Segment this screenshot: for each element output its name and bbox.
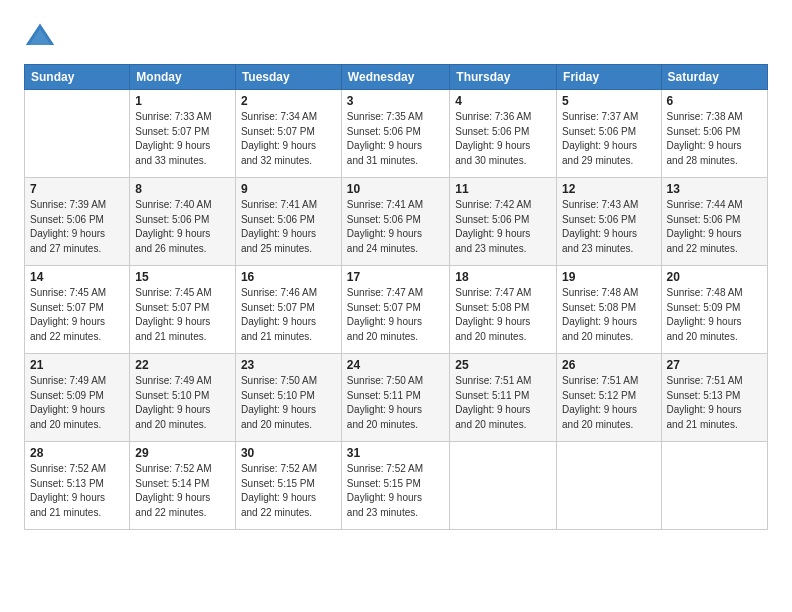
day-info: Sunrise: 7:44 AMSunset: 5:06 PMDaylight:… bbox=[667, 198, 762, 256]
day-number: 10 bbox=[347, 182, 444, 196]
day-number: 20 bbox=[667, 270, 762, 284]
day-number: 2 bbox=[241, 94, 336, 108]
day-number: 22 bbox=[135, 358, 230, 372]
calendar-cell bbox=[661, 442, 767, 530]
calendar-header-saturday: Saturday bbox=[661, 65, 767, 90]
header bbox=[24, 20, 768, 52]
day-number: 18 bbox=[455, 270, 551, 284]
calendar-cell: 5Sunrise: 7:37 AMSunset: 5:06 PMDaylight… bbox=[557, 90, 661, 178]
day-info: Sunrise: 7:38 AMSunset: 5:06 PMDaylight:… bbox=[667, 110, 762, 168]
calendar-cell bbox=[450, 442, 557, 530]
calendar-cell bbox=[557, 442, 661, 530]
day-info: Sunrise: 7:52 AMSunset: 5:15 PMDaylight:… bbox=[241, 462, 336, 520]
day-number: 26 bbox=[562, 358, 655, 372]
day-number: 16 bbox=[241, 270, 336, 284]
calendar-cell: 10Sunrise: 7:41 AMSunset: 5:06 PMDayligh… bbox=[341, 178, 449, 266]
day-number: 8 bbox=[135, 182, 230, 196]
calendar-header-monday: Monday bbox=[130, 65, 236, 90]
day-info: Sunrise: 7:51 AMSunset: 5:13 PMDaylight:… bbox=[667, 374, 762, 432]
calendar-header-tuesday: Tuesday bbox=[235, 65, 341, 90]
day-info: Sunrise: 7:48 AMSunset: 5:08 PMDaylight:… bbox=[562, 286, 655, 344]
calendar-cell: 31Sunrise: 7:52 AMSunset: 5:15 PMDayligh… bbox=[341, 442, 449, 530]
day-number: 11 bbox=[455, 182, 551, 196]
day-number: 30 bbox=[241, 446, 336, 460]
calendar-cell: 12Sunrise: 7:43 AMSunset: 5:06 PMDayligh… bbox=[557, 178, 661, 266]
day-info: Sunrise: 7:47 AMSunset: 5:07 PMDaylight:… bbox=[347, 286, 444, 344]
day-info: Sunrise: 7:52 AMSunset: 5:13 PMDaylight:… bbox=[30, 462, 124, 520]
day-info: Sunrise: 7:48 AMSunset: 5:09 PMDaylight:… bbox=[667, 286, 762, 344]
calendar-cell bbox=[25, 90, 130, 178]
calendar-header-friday: Friday bbox=[557, 65, 661, 90]
day-info: Sunrise: 7:41 AMSunset: 5:06 PMDaylight:… bbox=[347, 198, 444, 256]
calendar-cell: 20Sunrise: 7:48 AMSunset: 5:09 PMDayligh… bbox=[661, 266, 767, 354]
day-number: 9 bbox=[241, 182, 336, 196]
calendar-cell: 26Sunrise: 7:51 AMSunset: 5:12 PMDayligh… bbox=[557, 354, 661, 442]
calendar-cell: 4Sunrise: 7:36 AMSunset: 5:06 PMDaylight… bbox=[450, 90, 557, 178]
calendar-cell: 27Sunrise: 7:51 AMSunset: 5:13 PMDayligh… bbox=[661, 354, 767, 442]
day-number: 21 bbox=[30, 358, 124, 372]
calendar-cell: 28Sunrise: 7:52 AMSunset: 5:13 PMDayligh… bbox=[25, 442, 130, 530]
day-info: Sunrise: 7:36 AMSunset: 5:06 PMDaylight:… bbox=[455, 110, 551, 168]
calendar-cell: 8Sunrise: 7:40 AMSunset: 5:06 PMDaylight… bbox=[130, 178, 236, 266]
calendar-cell: 6Sunrise: 7:38 AMSunset: 5:06 PMDaylight… bbox=[661, 90, 767, 178]
day-number: 29 bbox=[135, 446, 230, 460]
day-info: Sunrise: 7:49 AMSunset: 5:09 PMDaylight:… bbox=[30, 374, 124, 432]
day-number: 5 bbox=[562, 94, 655, 108]
day-info: Sunrise: 7:35 AMSunset: 5:06 PMDaylight:… bbox=[347, 110, 444, 168]
calendar-cell: 7Sunrise: 7:39 AMSunset: 5:06 PMDaylight… bbox=[25, 178, 130, 266]
day-info: Sunrise: 7:52 AMSunset: 5:15 PMDaylight:… bbox=[347, 462, 444, 520]
calendar-cell: 11Sunrise: 7:42 AMSunset: 5:06 PMDayligh… bbox=[450, 178, 557, 266]
day-info: Sunrise: 7:51 AMSunset: 5:12 PMDaylight:… bbox=[562, 374, 655, 432]
day-number: 25 bbox=[455, 358, 551, 372]
logo bbox=[24, 20, 60, 52]
day-info: Sunrise: 7:42 AMSunset: 5:06 PMDaylight:… bbox=[455, 198, 551, 256]
day-info: Sunrise: 7:45 AMSunset: 5:07 PMDaylight:… bbox=[30, 286, 124, 344]
calendar-week-3: 14Sunrise: 7:45 AMSunset: 5:07 PMDayligh… bbox=[25, 266, 768, 354]
day-info: Sunrise: 7:51 AMSunset: 5:11 PMDaylight:… bbox=[455, 374, 551, 432]
calendar-cell: 9Sunrise: 7:41 AMSunset: 5:06 PMDaylight… bbox=[235, 178, 341, 266]
calendar: SundayMondayTuesdayWednesdayThursdayFrid… bbox=[24, 64, 768, 530]
calendar-cell: 18Sunrise: 7:47 AMSunset: 5:08 PMDayligh… bbox=[450, 266, 557, 354]
day-number: 4 bbox=[455, 94, 551, 108]
day-number: 14 bbox=[30, 270, 124, 284]
day-info: Sunrise: 7:49 AMSunset: 5:10 PMDaylight:… bbox=[135, 374, 230, 432]
calendar-week-4: 21Sunrise: 7:49 AMSunset: 5:09 PMDayligh… bbox=[25, 354, 768, 442]
page: SundayMondayTuesdayWednesdayThursdayFrid… bbox=[0, 0, 792, 612]
calendar-week-5: 28Sunrise: 7:52 AMSunset: 5:13 PMDayligh… bbox=[25, 442, 768, 530]
day-number: 19 bbox=[562, 270, 655, 284]
calendar-header-row: SundayMondayTuesdayWednesdayThursdayFrid… bbox=[25, 65, 768, 90]
calendar-cell: 15Sunrise: 7:45 AMSunset: 5:07 PMDayligh… bbox=[130, 266, 236, 354]
calendar-cell: 21Sunrise: 7:49 AMSunset: 5:09 PMDayligh… bbox=[25, 354, 130, 442]
calendar-header-thursday: Thursday bbox=[450, 65, 557, 90]
day-number: 15 bbox=[135, 270, 230, 284]
calendar-cell: 1Sunrise: 7:33 AMSunset: 5:07 PMDaylight… bbox=[130, 90, 236, 178]
day-info: Sunrise: 7:45 AMSunset: 5:07 PMDaylight:… bbox=[135, 286, 230, 344]
day-number: 12 bbox=[562, 182, 655, 196]
day-info: Sunrise: 7:33 AMSunset: 5:07 PMDaylight:… bbox=[135, 110, 230, 168]
calendar-cell: 3Sunrise: 7:35 AMSunset: 5:06 PMDaylight… bbox=[341, 90, 449, 178]
day-info: Sunrise: 7:34 AMSunset: 5:07 PMDaylight:… bbox=[241, 110, 336, 168]
calendar-cell: 30Sunrise: 7:52 AMSunset: 5:15 PMDayligh… bbox=[235, 442, 341, 530]
calendar-cell: 29Sunrise: 7:52 AMSunset: 5:14 PMDayligh… bbox=[130, 442, 236, 530]
calendar-cell: 2Sunrise: 7:34 AMSunset: 5:07 PMDaylight… bbox=[235, 90, 341, 178]
day-info: Sunrise: 7:41 AMSunset: 5:06 PMDaylight:… bbox=[241, 198, 336, 256]
day-info: Sunrise: 7:46 AMSunset: 5:07 PMDaylight:… bbox=[241, 286, 336, 344]
calendar-cell: 13Sunrise: 7:44 AMSunset: 5:06 PMDayligh… bbox=[661, 178, 767, 266]
calendar-cell: 19Sunrise: 7:48 AMSunset: 5:08 PMDayligh… bbox=[557, 266, 661, 354]
day-number: 13 bbox=[667, 182, 762, 196]
calendar-cell: 22Sunrise: 7:49 AMSunset: 5:10 PMDayligh… bbox=[130, 354, 236, 442]
calendar-cell: 25Sunrise: 7:51 AMSunset: 5:11 PMDayligh… bbox=[450, 354, 557, 442]
day-info: Sunrise: 7:39 AMSunset: 5:06 PMDaylight:… bbox=[30, 198, 124, 256]
day-number: 17 bbox=[347, 270, 444, 284]
day-info: Sunrise: 7:52 AMSunset: 5:14 PMDaylight:… bbox=[135, 462, 230, 520]
day-number: 3 bbox=[347, 94, 444, 108]
calendar-week-1: 1Sunrise: 7:33 AMSunset: 5:07 PMDaylight… bbox=[25, 90, 768, 178]
day-info: Sunrise: 7:50 AMSunset: 5:10 PMDaylight:… bbox=[241, 374, 336, 432]
day-number: 24 bbox=[347, 358, 444, 372]
day-info: Sunrise: 7:37 AMSunset: 5:06 PMDaylight:… bbox=[562, 110, 655, 168]
calendar-cell: 14Sunrise: 7:45 AMSunset: 5:07 PMDayligh… bbox=[25, 266, 130, 354]
day-number: 1 bbox=[135, 94, 230, 108]
day-number: 27 bbox=[667, 358, 762, 372]
calendar-cell: 16Sunrise: 7:46 AMSunset: 5:07 PMDayligh… bbox=[235, 266, 341, 354]
calendar-cell: 17Sunrise: 7:47 AMSunset: 5:07 PMDayligh… bbox=[341, 266, 449, 354]
